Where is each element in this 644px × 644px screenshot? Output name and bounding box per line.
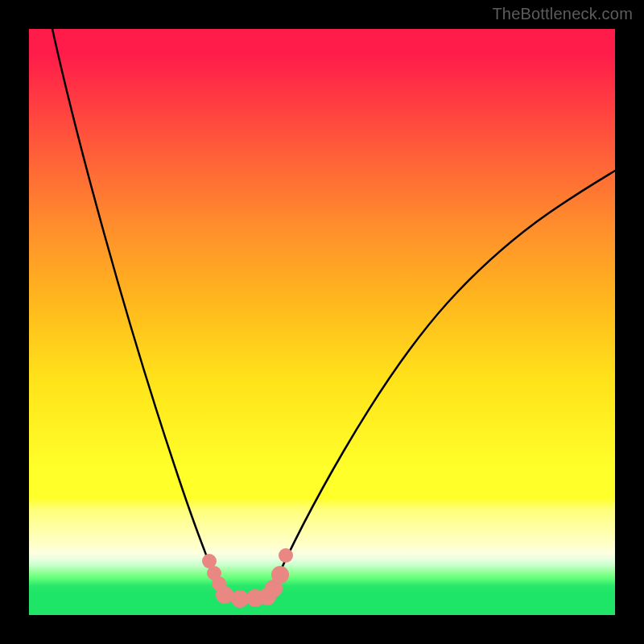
chart-stage: TheBottleneck.com [0, 0, 644, 644]
curve-right-branch [270, 171, 615, 592]
bottleneck-curve [29, 29, 615, 615]
valley-marker [279, 548, 293, 563]
valley-marker [271, 566, 289, 584]
plot-area [29, 29, 615, 615]
curve-left-branch [52, 29, 227, 596]
attribution-text: TheBottleneck.com [492, 5, 633, 23]
